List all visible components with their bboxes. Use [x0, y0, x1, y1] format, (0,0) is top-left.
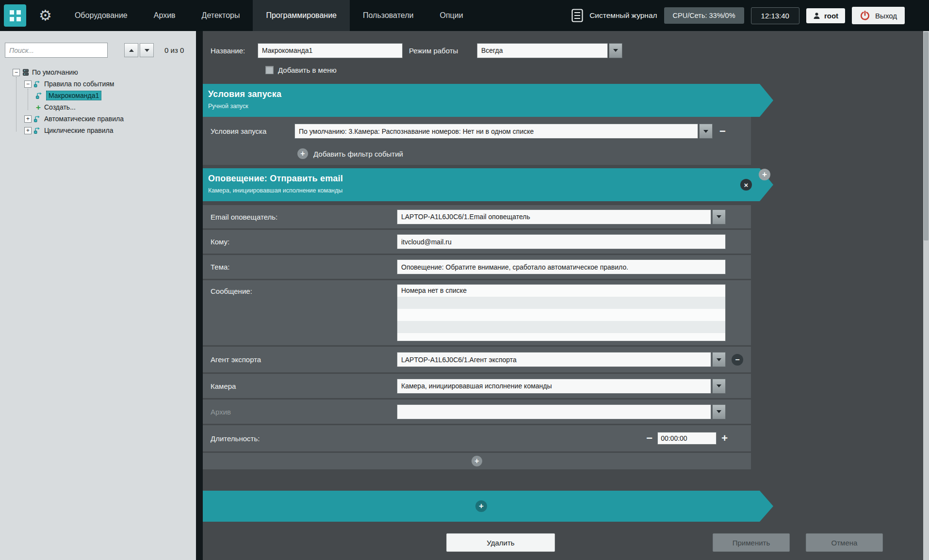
archive-dropdown[interactable]	[397, 404, 726, 419]
system-log-button[interactable]: Системный журнал	[571, 9, 657, 22]
top-bar: ⚙ Оборудование Архив Детекторы Программи…	[0, 0, 929, 31]
dropdown-button[interactable]	[712, 404, 726, 419]
archive-value[interactable]	[397, 404, 711, 419]
logout-label: Выход	[875, 12, 897, 20]
duration-increase-button[interactable]: +	[721, 433, 728, 444]
tree-item-macro1[interactable]: Макрокоманда1	[0, 90, 196, 101]
dropdown-button[interactable]	[609, 43, 622, 58]
remove-condition-button[interactable]: −	[719, 126, 726, 137]
camera-value[interactable]: Камера, инициировавшая исполнение команд…	[397, 379, 711, 394]
duration-input[interactable]	[657, 432, 717, 445]
tree-item-event-rules[interactable]: − Правила по событиям	[0, 78, 196, 90]
duration-label: Длительность:	[211, 434, 397, 443]
email-notifier-dropdown[interactable]: LAPTOP-A1L6J0C6/1.Email оповещатель	[397, 209, 726, 224]
add-parameter-button[interactable]: +	[472, 456, 482, 466]
banner-title: Оповещение: Отправить email	[208, 174, 773, 184]
rule-icon	[34, 115, 41, 122]
add-to-menu-row: Добавить в меню	[265, 65, 923, 74]
menu-item-users[interactable]: Пользователи	[350, 0, 426, 31]
to-input[interactable]	[397, 234, 726, 249]
camera-label: Камера	[211, 382, 397, 390]
apply-button[interactable]: Применить	[713, 533, 790, 552]
gear-icon[interactable]: ⚙	[39, 8, 52, 23]
close-action-button[interactable]: ×	[740, 179, 752, 191]
archive-row: Архив	[203, 400, 751, 424]
add-new-action-button[interactable]: +	[475, 500, 487, 512]
menu-item-equipment[interactable]: Оборудование	[62, 0, 141, 31]
email-notifier-value[interactable]: LAPTOP-A1L6J0C6/1.Email оповещатель	[397, 209, 711, 224]
mode-dropdown[interactable]: Всегда	[477, 43, 622, 58]
top-bar-right: Системный журнал CPU/Сеть: 33%/0% 12:13:…	[571, 7, 905, 24]
vertical-scrollbar[interactable]	[923, 31, 929, 560]
tree-item-create[interactable]: + Создать...	[0, 101, 196, 113]
chevron-down-icon	[145, 49, 149, 52]
rule-icon	[34, 127, 41, 134]
search-input[interactable]	[5, 43, 108, 58]
camera-dropdown[interactable]: Камера, инициировавшая исполнение команд…	[397, 379, 726, 394]
plus-icon: +	[297, 148, 308, 159]
rule-icon	[34, 80, 41, 87]
message-row: Сообщение: Номера нет в списке	[203, 280, 751, 345]
expand-icon[interactable]: +	[24, 115, 32, 123]
dropdown-button[interactable]	[712, 209, 726, 224]
mode-value[interactable]: Всегда	[477, 43, 608, 58]
collapse-icon[interactable]: −	[24, 80, 32, 88]
message-textarea[interactable]: Номера нет в списке	[397, 284, 726, 341]
power-icon	[860, 10, 870, 21]
server-icon	[22, 69, 29, 76]
tree-item-label: Циклические правила	[44, 127, 114, 134]
macro-name-input[interactable]	[258, 43, 403, 58]
add-to-menu-label: Добавить в меню	[278, 66, 337, 74]
tree-item-cyclic-rules[interactable]: + Циклические правила	[0, 125, 196, 136]
duration-decrease-button[interactable]: −	[646, 433, 652, 444]
subject-input[interactable]	[397, 259, 726, 274]
dropdown-button[interactable]	[712, 352, 726, 367]
sidebar: 0 из 0 − По умолчанию −	[0, 31, 196, 560]
menu-item-detectors[interactable]: Детекторы	[189, 0, 253, 31]
cancel-button[interactable]: Отмена	[806, 533, 883, 552]
add-event-filter-button[interactable]: + Добавить фильтр событий	[297, 148, 751, 159]
add-action-button[interactable]: +	[759, 169, 770, 180]
chevron-down-icon	[703, 130, 708, 133]
delete-button[interactable]: Удалить	[446, 533, 555, 552]
add-to-menu-checkbox[interactable]	[265, 66, 274, 74]
search-next-button[interactable]	[140, 43, 154, 57]
rule-icon	[36, 92, 43, 99]
start-conditions-banner: Условия запуска Ручной запуск	[203, 84, 773, 117]
tree-item-server-default[interactable]: − По умолчанию	[0, 66, 196, 78]
apps-grid-icon[interactable]	[4, 4, 26, 27]
banner-title: Условия запуска	[208, 89, 773, 99]
search-prev-button[interactable]	[124, 43, 138, 57]
tree-item-label: Автоматические правила	[44, 115, 124, 123]
chevron-down-icon	[717, 384, 721, 387]
tree-item-auto-rules[interactable]: + Автоматические правила	[0, 113, 196, 125]
user-badge[interactable]: root	[806, 8, 845, 23]
subject-label: Тема:	[211, 263, 397, 271]
condition-dropdown[interactable]: По умолчанию: 3.Камера: Распознавание но…	[294, 124, 713, 139]
cpu-net-indicator: CPU/Сеть: 33%/0%	[664, 7, 744, 24]
remove-export-agent-button[interactable]: −	[732, 354, 743, 366]
add-parameter-row: +	[203, 453, 751, 469]
export-agent-dropdown[interactable]: LAPTOP-A1L6J0C6/1.Агент экспорта	[397, 352, 726, 367]
dropdown-button[interactable]	[699, 124, 713, 139]
expand-icon[interactable]: +	[24, 127, 32, 134]
menu-item-archive[interactable]: Архив	[141, 0, 189, 31]
tree-item-label: Правила по событиям	[44, 80, 114, 88]
name-label: Название:	[211, 47, 258, 55]
scrollbar-thumb[interactable]	[924, 32, 929, 240]
dropdown-button[interactable]	[712, 379, 726, 394]
email-notifier-row: Email оповещатель: LAPTOP-A1L6J0C6/1.Ema…	[203, 205, 751, 228]
chevron-down-icon	[717, 410, 721, 413]
menu-item-programming[interactable]: Программирование	[253, 0, 350, 31]
panel-divider	[196, 31, 203, 560]
logout-button[interactable]: Выход	[852, 7, 905, 24]
condition-value[interactable]: По умолчанию: 3.Камера: Распознавание но…	[294, 124, 698, 139]
banner-subtitle: Ручной запуск	[208, 103, 773, 110]
search-nav	[124, 43, 154, 57]
menu-item-options[interactable]: Опции	[426, 0, 476, 31]
tree-item-label: Создать...	[44, 103, 76, 111]
export-agent-value[interactable]: LAPTOP-A1L6J0C6/1.Агент экспорта	[397, 352, 711, 367]
archive-label: Архив	[211, 408, 397, 416]
tree-item-label: По умолчанию	[32, 68, 78, 76]
collapse-icon[interactable]: −	[13, 69, 20, 76]
